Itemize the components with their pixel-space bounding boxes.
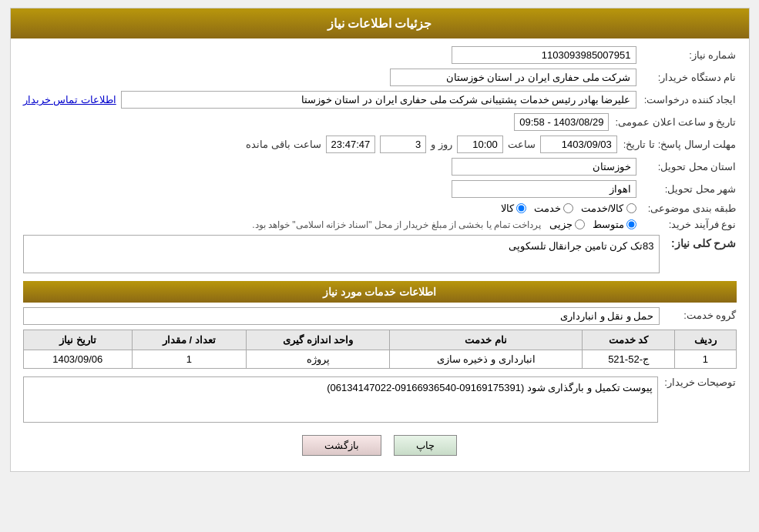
category-option-kala-khedmat[interactable]: کالا/خدمت [581,202,636,214]
purchase-type-note: پرداخت تمام یا بخشی از مبلغ خریدار از مح… [252,219,541,230]
services-table-header-row: ردیف کد خدمت نام خدمت واحد اندازه گیری ت… [23,330,736,350]
category-option-kala[interactable]: کالا [501,202,526,214]
buttons-row: چاپ بازگشت [23,435,737,456]
cell-unit: پروژه [246,350,389,369]
purchase-type-label-jozi: جزیی [549,219,573,230]
service-group-value: حمل و نقل و انبارداری [23,307,660,325]
category-label-kala: کالا [501,202,514,214]
deadline-days: 3 [380,136,426,153]
deadline-remaining-label: ساعت باقی مانده [246,139,321,150]
creator-value: علیرضا بهادر رئیس خدمات پشتیبانی شرکت مل… [121,91,636,109]
purchase-type-label-motavaset: متوسط [593,219,624,230]
deadline-time-label: ساعت [508,139,536,150]
service-group-label: گروه خدمت: [660,307,737,321]
need-number-value: 1103093985007951 [452,46,636,64]
page-header: جزئیات اطلاعات نیاز [11,8,749,38]
category-radio-khedmat[interactable] [563,203,573,213]
purchase-type-label: نوع فرآیند خرید: [636,219,737,230]
page-container: جزئیات اطلاعات نیاز شماره نیاز: 11030939… [10,8,750,472]
cell-date: 1403/09/06 [23,350,132,369]
col-code: کد خدمت [582,330,674,350]
category-row: طبقه بندی موضوعی: کالا/خدمت خدمت کالا [23,202,737,214]
deadline-day-label: روز و [431,139,452,150]
back-button[interactable]: بازگشت [302,435,381,456]
city-value: اهواز [452,180,636,198]
deadline-time: 10:00 [457,136,503,153]
col-row: ردیف [675,330,736,350]
category-label: طبقه بندی موضوعی: [636,202,737,214]
purchase-type-radio-motavaset[interactable] [626,219,636,229]
col-name: نام خدمت [390,330,583,350]
need-desc-value: 83تک کرن تامین جرانقال تلسکوپی [23,235,660,273]
cell-row: 1 [675,350,736,369]
buyer-org-row: نام دستگاه خریدار: شرکت ملی حفاری ایران … [23,69,737,86]
category-radio-kala-khedmat[interactable] [626,203,636,213]
purchase-type-radio-jozi[interactable] [575,219,585,229]
need-desc-label: شرح کلی نیاز: [660,235,737,249]
province-value: خوزستان [452,158,636,176]
city-label: شهر محل تحویل: [636,183,737,195]
buyer-org-label: نام دستگاه خریدار: [636,72,737,83]
province-label: استان محل تحویل: [636,161,737,172]
province-row: استان محل تحویل: خوزستان [23,158,737,176]
purchase-type-option-jozi[interactable]: جزیی [549,219,585,230]
announce-date-row: تاریخ و ساعت اعلان عمومی: 1403/08/29 - 0… [23,113,737,131]
announce-date-label: تاریخ و ساعت اعلان عمومی: [609,116,736,128]
content-area: شماره نیاز: 1103093985007951 نام دستگاه … [11,38,749,471]
purchase-type-option-motavaset[interactable]: متوسط [593,219,636,230]
category-radio-group: کالا/خدمت خدمت کالا [501,202,636,214]
cell-code: ج-52-521 [582,350,674,369]
category-option-khedmat[interactable]: خدمت [534,202,573,214]
col-qty: تعداد / مقدار [132,330,246,350]
services-section-header: اطلاعات خدمات مورد نیاز [23,281,737,303]
service-group-row: گروه خدمت: حمل و نقل و انبارداری [23,307,737,325]
announce-date-value: 1403/08/29 - 09:58 [514,113,609,131]
services-table: ردیف کد خدمت نام خدمت واحد اندازه گیری ت… [23,330,737,369]
need-number-label: شماره نیاز: [636,49,737,61]
purchase-type-radio-group: متوسط جزیی [549,219,636,230]
cell-name: انبارداری و ذخیره سازی [390,350,583,369]
need-desc-row: شرح کلی نیاز: 83تک کرن تامین جرانقال تلس… [23,235,737,273]
category-radio-kala[interactable] [516,203,526,213]
table-row: 1ج-52-521انبارداری و ذخیره سازیپروژه1140… [23,350,736,369]
deadline-remaining: 23:47:47 [326,136,376,153]
col-date: تاریخ نیاز [23,330,132,350]
page-title: جزئیات اطلاعات نیاز [327,17,432,30]
contact-link[interactable]: اطلاعات تماس خریدار [23,94,116,105]
deadline-label: مهلت ارسال پاسخ: تا تاریخ: [617,139,737,150]
category-label-kala-khedmat: کالا/خدمت [581,202,624,214]
deadline-row: مهلت ارسال پاسخ: تا تاریخ: 1403/09/03 سا… [23,136,737,153]
buyer-org-value: شرکت ملی حفاری ایران در استان خوزستان [390,69,636,86]
print-button[interactable]: چاپ [394,435,457,456]
buyer-notes-label: توصیحات خریدار: [658,376,736,388]
creator-row: ایجاد کننده درخواست: علیرضا بهادر رئیس خ… [23,91,737,109]
col-unit: واحد اندازه گیری [246,330,389,350]
deadline-date: 1403/09/03 [540,136,617,153]
need-number-row: شماره نیاز: 1103093985007951 [23,46,737,64]
services-table-head: ردیف کد خدمت نام خدمت واحد اندازه گیری ت… [23,330,736,350]
category-label-khedmat: خدمت [534,202,561,214]
buyer-notes-row: توصیحات خریدار: پیوست تکمیل و بارگذاری ش… [23,376,737,423]
purchase-type-row: نوع فرآیند خرید: متوسط جزیی پرداخت تمام … [23,219,737,230]
buyer-notes-value: پیوست تکمیل و بارگذاری شود (09169175391-… [23,376,659,423]
cell-qty: 1 [132,350,246,369]
services-table-body: 1ج-52-521انبارداری و ذخیره سازیپروژه1140… [23,350,736,369]
city-row: شهر محل تحویل: اهواز [23,180,737,198]
creator-label: ایجاد کننده درخواست: [636,94,737,105]
